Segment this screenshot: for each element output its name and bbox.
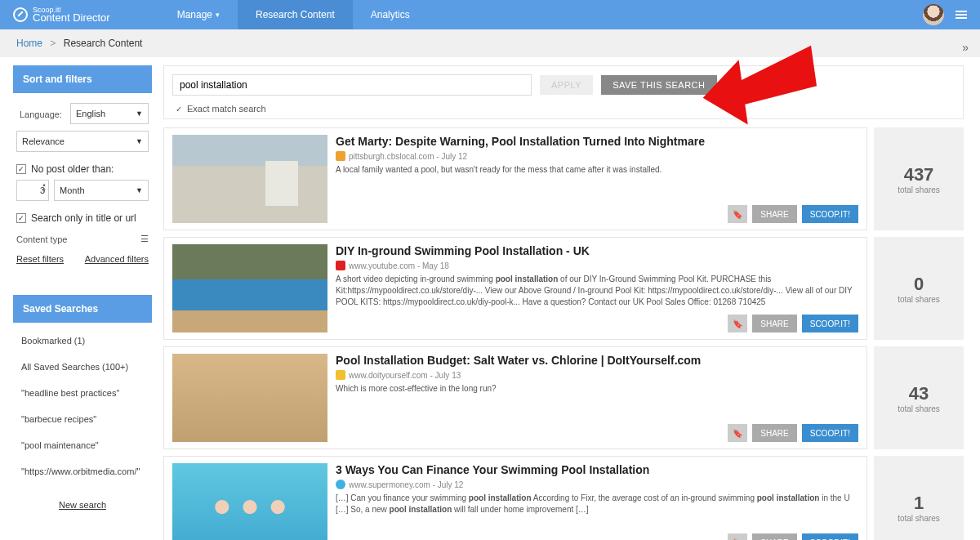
shares-label: total shares <box>898 295 940 304</box>
search-input[interactable] <box>172 74 532 96</box>
title-url-checkbox[interactable]: ✓ <box>16 213 26 223</box>
result-description: A short video depicting in-ground swimmi… <box>336 274 858 308</box>
shares-box: 437total shares <box>874 127 964 230</box>
chevron-down-icon: ▼ <box>136 137 143 145</box>
result-meta: pittsburgh.cbslocal.com - July 12 <box>336 151 858 161</box>
result-title[interactable]: 3 Ways You Can Finance Your Swimming Poo… <box>336 463 858 476</box>
sidebar: Sort and filters Language: English▼ Rele… <box>13 65 152 540</box>
compass-icon <box>13 7 28 22</box>
result-card: Pool Installation Budget: Salt Water vs.… <box>163 346 867 449</box>
exact-match-label: Exact match search <box>187 104 266 114</box>
scoopit-button[interactable]: SCOOP.IT! <box>802 424 858 442</box>
breadcrumb-home[interactable]: Home <box>16 38 42 49</box>
saved-searches-list: Bookmarked (1)All Saved Searches (100+)"… <box>13 323 152 489</box>
scoopit-button[interactable]: SCOOP.IT! <box>802 205 858 223</box>
shares-box: 1total shares <box>874 456 964 540</box>
result-thumbnail[interactable] <box>172 354 327 442</box>
shares-label: total shares <box>898 185 940 194</box>
age-unit-select[interactable]: Month▼ <box>54 180 149 201</box>
sort-select[interactable]: Relevance▼ <box>16 131 149 152</box>
nav-manage[interactable]: Manage▾ <box>159 0 238 29</box>
source-icon <box>336 261 345 270</box>
chevron-down-icon: ▼ <box>136 186 143 194</box>
no-older-checkbox[interactable]: ✓ <box>16 164 26 174</box>
search-bar: APPLY SAVE THIS SEARCH ✓ Exact match sea… <box>163 65 964 119</box>
results-list: Get Marty: Despite Warning, Pool Install… <box>163 127 964 540</box>
logo[interactable]: Scoop.it!Content Director <box>13 7 110 23</box>
result-description: A local family wanted a pool, but wasn't… <box>336 164 858 176</box>
bookmark-button[interactable]: 🔖 <box>728 315 747 332</box>
scoopit-button[interactable]: SCOOP.IT! <box>802 315 858 332</box>
avatar[interactable] <box>923 4 944 25</box>
collapse-sidebar-icon[interactable]: » <box>962 41 969 54</box>
bookmark-button[interactable]: 🔖 <box>728 533 747 540</box>
result-thumbnail[interactable] <box>172 135 327 223</box>
chevron-down-icon: ▼ <box>136 109 143 118</box>
result-thumbnail[interactable] <box>172 244 327 332</box>
saved-searches-header: Saved Searches <box>13 295 152 323</box>
content-type-label: Content type <box>16 234 67 244</box>
result-meta: www.doityourself.com - July 13 <box>336 370 858 380</box>
age-number-input[interactable]: 3 ▲▼ <box>16 180 49 201</box>
no-older-label: No post older than: <box>31 163 114 175</box>
save-search-button[interactable]: SAVE THIS SEARCH <box>601 75 716 95</box>
share-button[interactable]: SHARE <box>752 315 796 332</box>
scoopit-button[interactable]: SCOOP.IT! <box>802 533 858 540</box>
result-card: DIY In-ground Swimming Pool Installation… <box>163 237 867 340</box>
result-thumbnail[interactable] <box>172 463 327 540</box>
bookmark-button[interactable]: 🔖 <box>728 205 747 223</box>
source-icon <box>336 370 345 380</box>
language-select[interactable]: English▼ <box>70 103 149 124</box>
exact-match-checkbox[interactable]: ✓ <box>176 105 182 114</box>
content-area: APPLY SAVE THIS SEARCH ✓ Exact match sea… <box>163 65 964 540</box>
share-button[interactable]: SHARE <box>752 533 796 540</box>
result-card: Get Marty: Despite Warning, Pool Install… <box>163 127 867 230</box>
result-meta: www.youtube.com - May 18 <box>336 261 858 270</box>
result-card: 3 Ways You Can Finance Your Swimming Poo… <box>163 456 867 540</box>
brand-name: Content Director <box>33 11 110 24</box>
advanced-filters-link[interactable]: Advanced filters <box>85 254 149 264</box>
result-row: Pool Installation Budget: Salt Water vs.… <box>163 346 964 449</box>
breadcrumb: Home > Research Content » <box>0 29 980 57</box>
share-button[interactable]: SHARE <box>752 424 796 442</box>
result-description: Which is more cost-effective in the long… <box>336 383 858 395</box>
saved-search-item[interactable]: Bookmarked (1) <box>13 328 152 354</box>
result-row: Get Marty: Despite Warning, Pool Install… <box>163 127 964 230</box>
title-url-label: Search only in title or url <box>31 212 136 224</box>
apply-button[interactable]: APPLY <box>540 75 593 95</box>
breadcrumb-current: Research Content <box>64 38 143 49</box>
menu-icon[interactable] <box>956 11 967 19</box>
shares-label: total shares <box>898 514 940 523</box>
shares-box: 43total shares <box>874 346 964 449</box>
result-meta: www.supermoney.com - July 12 <box>336 480 858 489</box>
shares-count: 43 <box>909 383 929 404</box>
language-label: Language: <box>20 109 62 119</box>
source-icon <box>336 151 345 161</box>
share-button[interactable]: SHARE <box>752 205 796 223</box>
result-title[interactable]: DIY In-ground Swimming Pool Installation… <box>336 244 858 257</box>
saved-search-item[interactable]: "https://www.orbitmedia.com/" <box>13 458 152 484</box>
saved-search-item[interactable]: "barbecue recipes" <box>13 406 152 432</box>
saved-search-item[interactable]: All Saved Searches (100+) <box>13 354 152 380</box>
top-nav: Manage▾ Research Content Analytics <box>159 0 428 29</box>
nav-research[interactable]: Research Content <box>238 0 353 29</box>
result-title[interactable]: Pool Installation Budget: Salt Water vs.… <box>336 354 858 367</box>
topbar: Scoop.it!Content Director Manage▾ Resear… <box>0 0 980 29</box>
bookmark-button[interactable]: 🔖 <box>728 424 747 442</box>
saved-search-item[interactable]: "headline best practices" <box>13 380 152 406</box>
shares-count: 0 <box>914 274 924 295</box>
shares-count: 437 <box>904 164 934 185</box>
result-row: 3 Ways You Can Finance Your Swimming Poo… <box>163 456 964 540</box>
nav-analytics[interactable]: Analytics <box>353 0 428 29</box>
chevron-down-icon: ▾ <box>216 11 220 19</box>
new-search-link[interactable]: New search <box>59 500 106 510</box>
reset-filters-link[interactable]: Reset filters <box>16 254 64 264</box>
saved-search-item[interactable]: "pool maintenance" <box>13 432 152 458</box>
shares-label: total shares <box>898 404 940 413</box>
result-row: DIY In-ground Swimming Pool Installation… <box>163 237 964 340</box>
result-title[interactable]: Get Marty: Despite Warning, Pool Install… <box>336 135 858 148</box>
result-description: […] Can you finance your swimming pool i… <box>336 493 858 515</box>
shares-box: 0total shares <box>874 237 964 340</box>
content-type-menu-icon[interactable]: ☰ <box>140 234 149 244</box>
shares-count: 1 <box>914 493 924 514</box>
